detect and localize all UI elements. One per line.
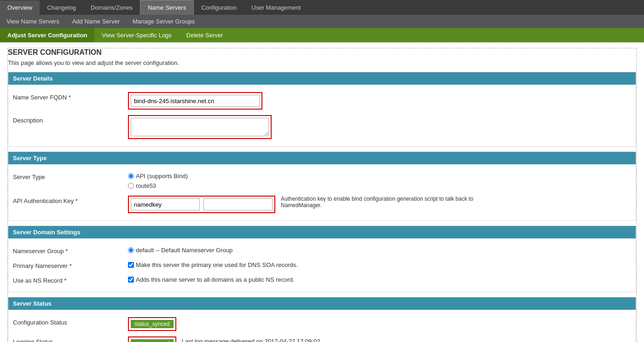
section-domain-settings-body: Nameserver Group * default -- Default Na… xyxy=(8,238,636,292)
config-status-label: Configuration Status xyxy=(13,317,128,326)
sub-nav-add-name-server[interactable]: Add Name Server xyxy=(66,15,126,28)
sub-nav-manage-server-groups[interactable]: Manage Server Groups xyxy=(126,15,201,28)
section-server-type: Server Type Server Type API (supports Bi… xyxy=(8,151,636,221)
section-server-type-body: Server Type API (supports Bind) route53 xyxy=(8,164,636,220)
logging-status-badge: status_synced xyxy=(131,339,174,342)
use-ns-label: Use as NS Record * xyxy=(13,275,128,284)
primary-nameserver-check-row: Make this server the primary one used fo… xyxy=(128,261,298,268)
content-area: SERVER CONFIGURATION This page allows yo… xyxy=(0,42,644,342)
sub-nav: View Name Servers Add Name Server Manage… xyxy=(0,15,644,28)
nav-name-servers[interactable]: Name Servers xyxy=(140,0,194,15)
section-server-status-header: Server Status xyxy=(8,297,636,310)
use-ns-check-row: Adds this name server to all domains as … xyxy=(128,276,295,283)
form-row-logging-status: Logging Status status_synced Last log me… xyxy=(8,334,636,342)
description-highlight-box xyxy=(128,115,272,139)
radio-route53-label: route53 xyxy=(136,182,156,189)
server-type-label: Server Type xyxy=(13,172,128,180)
config-status-highlight-box: status_synced xyxy=(128,317,176,331)
nameserver-group-value: default -- Default Nameserver Group xyxy=(136,247,232,254)
section-server-status: Server Status Configuration Status statu… xyxy=(8,297,636,342)
fqdn-control-area xyxy=(128,92,631,110)
page-title: SERVER CONFIGURATION xyxy=(8,48,636,57)
radio-api-input[interactable] xyxy=(128,173,134,179)
nameserver-group-label: Nameserver Group * xyxy=(13,246,128,255)
radio-api: API (supports Bind) xyxy=(128,173,188,180)
section-domain-settings: Server Domain Settings Nameserver Group … xyxy=(8,226,636,292)
api-key-highlight-box xyxy=(128,196,275,213)
nav-changelog[interactable]: Changelog xyxy=(40,0,83,15)
api-key-label: API Authentication Key * xyxy=(13,196,128,204)
form-row-nameserver-group: Nameserver Group * default -- Default Na… xyxy=(8,243,636,258)
api-key-control-area: Authentication key to enable bind config… xyxy=(128,196,631,213)
nav-user-management[interactable]: User Management xyxy=(244,0,308,15)
section-server-details: Server Details Name Server FQDN * Descri… xyxy=(8,72,636,147)
dashed-border: SERVER CONFIGURATION This page allows yo… xyxy=(7,48,637,342)
nameserver-group-control: default -- Default Nameserver Group xyxy=(128,246,631,255)
section-domain-settings-header: Server Domain Settings xyxy=(8,226,636,238)
section-server-details-header: Server Details xyxy=(8,72,636,85)
nav-configuration[interactable]: Configuration xyxy=(194,0,244,15)
logging-status-note: Last log message delivered on 2017-04-27… xyxy=(182,336,320,342)
nav-domains-zones[interactable]: Domains/Zones xyxy=(83,0,140,15)
tab-adjust-server-config[interactable]: Adjust Server Configuration xyxy=(0,28,94,42)
action-tabs: Adjust Server Configuration View Server-… xyxy=(0,28,644,42)
section-server-status-body: Configuration Status status_synced Loggi… xyxy=(8,310,636,342)
logging-status-control: status_synced Last log message delivered… xyxy=(128,336,631,342)
primary-nameserver-control: Make this server the primary one used fo… xyxy=(128,261,631,269)
logging-status-label: Logging Status xyxy=(13,336,128,342)
form-row-description: Description xyxy=(8,112,636,142)
nameserver-group-radio-row: default -- Default Nameserver Group xyxy=(128,247,232,254)
use-ns-note: Adds this name server to all domains as … xyxy=(136,276,295,283)
api-key-note: Authentication key to enable bind config… xyxy=(281,196,511,209)
tab-view-server-logs[interactable]: View Server-Specific Logs xyxy=(94,28,179,42)
nav-overview[interactable]: Overview xyxy=(0,0,40,15)
form-row-api-key: API Authentication Key * Authentication … xyxy=(8,193,636,216)
top-nav: Overview Changelog Domains/Zones Name Se… xyxy=(0,0,644,15)
radio-route53: route53 xyxy=(128,182,188,189)
sub-nav-view-name-servers[interactable]: View Name Servers xyxy=(0,15,66,28)
config-status-badge: status_synced xyxy=(131,320,174,328)
api-key-input[interactable] xyxy=(131,198,200,210)
logging-status-highlight-box: status_synced xyxy=(128,336,176,342)
description-label: Description xyxy=(13,115,128,124)
fqdn-input[interactable] xyxy=(131,95,260,107)
radio-api-label: API (supports Bind) xyxy=(136,173,188,180)
api-key-confirm-input[interactable] xyxy=(203,198,273,210)
radio-route53-input[interactable] xyxy=(128,183,134,189)
description-control-area xyxy=(128,115,631,139)
primary-nameserver-label: Primary Nameserver * xyxy=(13,261,128,269)
server-type-control-area: API (supports Bind) route53 xyxy=(128,172,631,190)
form-row-primary-nameserver: Primary Nameserver * Make this server th… xyxy=(8,258,636,272)
form-row-use-ns-record: Use as NS Record * Adds this name server… xyxy=(8,272,636,287)
description-textarea[interactable] xyxy=(131,118,269,136)
use-ns-checkbox[interactable] xyxy=(128,277,134,283)
form-row-fqdn: Name Server FQDN * xyxy=(8,89,636,112)
primary-nameserver-checkbox[interactable] xyxy=(128,262,134,268)
form-row-server-type: Server Type API (supports Bind) route53 xyxy=(8,169,636,193)
primary-nameserver-note: Make this server the primary one used fo… xyxy=(136,261,298,268)
section-server-details-body: Name Server FQDN * Description xyxy=(8,85,636,146)
tab-delete-server[interactable]: Delete Server xyxy=(179,28,230,42)
config-status-control: status_synced xyxy=(128,317,631,331)
fqdn-label: Name Server FQDN * xyxy=(13,92,128,101)
form-row-config-status: Configuration Status status_synced xyxy=(8,314,636,334)
fqdn-highlight-box xyxy=(128,92,262,110)
page-description: This page allows you to view and adjust … xyxy=(8,59,636,66)
nameserver-group-radio[interactable] xyxy=(128,247,134,253)
section-server-type-header: Server Type xyxy=(8,152,636,164)
use-ns-control: Adds this name server to all domains as … xyxy=(128,275,631,284)
